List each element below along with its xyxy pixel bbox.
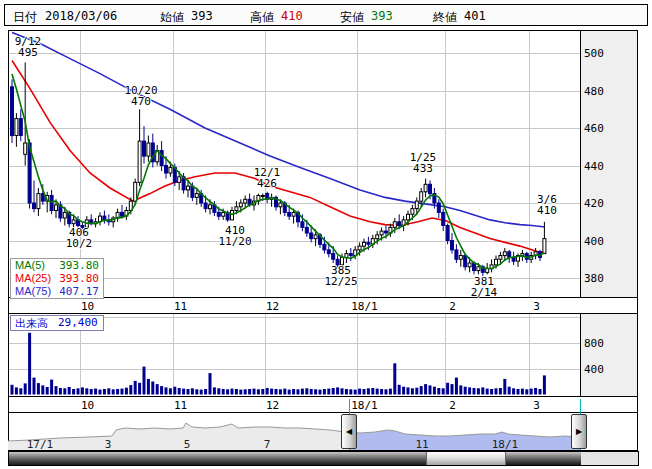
navigator-date-label: 11 (415, 438, 428, 451)
month-label-volume: 12 (266, 399, 279, 412)
navigator-date-label: 5 (184, 438, 191, 451)
month-label-volume: 10 (81, 399, 94, 412)
ma5-label: MA(5) (15, 259, 45, 272)
ma25-legend-row: MA(25) 393.80 (11, 272, 103, 285)
swing-annotation: 381 2/14 (471, 276, 498, 298)
ma75-value: 407.17 (59, 285, 99, 298)
volume-tick-label: 800 (584, 336, 630, 349)
ma75-label: MA(75) (15, 285, 51, 298)
scrollbar-track-left[interactable] (9, 452, 426, 465)
ma-legend-box: MA(5) 393.80 MA(25) 393.80 MA(75) 407.17 (10, 258, 104, 299)
price-tick-label: 420 (584, 197, 630, 210)
swing-annotation: 406 10/2 (66, 227, 93, 249)
range-left-handle-button[interactable]: ◀ (341, 414, 357, 449)
navigator-date-label: 17/1 (27, 438, 54, 451)
close-value: 401 (464, 9, 486, 23)
high-label: 高値 (250, 9, 274, 26)
price-tick-label: 440 (584, 159, 630, 172)
month-label-volume: 2 (449, 399, 456, 412)
ohlc-header-bar: 日付 2018/03/06 始値 393 高値 410 安値 393 終値 40… (4, 4, 648, 26)
ma25-label: MA(25) (15, 272, 51, 285)
volume-axis-gutter (580, 313, 638, 397)
month-label: 18/1 (351, 300, 378, 313)
ma5-legend-row: MA(5) 393.80 (11, 259, 103, 272)
swing-annotation: 12/1 426 (254, 167, 281, 189)
low-label: 安値 (340, 9, 364, 26)
swing-annotation: 410 11/20 (218, 225, 251, 247)
volume-value: 29,400 (58, 316, 98, 330)
month-label: 12 (266, 300, 279, 313)
ma5-value: 393.80 (59, 259, 99, 272)
swing-annotation: 10/20 470 (124, 85, 157, 107)
month-label: 2 (449, 300, 456, 313)
navigator-date-label: 18/1 (492, 438, 519, 451)
price-tick-label: 480 (584, 84, 630, 97)
month-label-volume: 3 (533, 399, 540, 412)
month-label-volume: 18/1 (351, 399, 378, 412)
month-label: 3 (533, 300, 540, 313)
navigator-date-label: 3 (105, 438, 112, 451)
range-right-handle-button[interactable]: ▶ (571, 414, 587, 449)
high-value: 410 (281, 9, 303, 23)
left-arrow-icon: ◀ (346, 427, 352, 436)
volume-xaxis-strip (8, 397, 638, 412)
stock-chart-window: 日付 2018/03/06 始値 393 高値 410 安値 393 終値 40… (0, 0, 652, 469)
volume-label: 出来高 (15, 316, 48, 330)
month-label-volume: 11 (174, 399, 187, 412)
swing-annotation: 9/12 495 (15, 36, 42, 58)
volume-tick-label: 400 (584, 362, 630, 375)
scrollbar-thumb[interactable] (426, 452, 506, 465)
month-label: 11 (174, 300, 187, 313)
low-value: 393 (371, 9, 393, 23)
volume-legend-box: 出来高 29,400 (10, 315, 104, 331)
open-label: 始値 (160, 9, 184, 26)
month-label: 10 (81, 300, 94, 313)
navigator-date-label: 7 (264, 438, 271, 451)
date-value: 2018/03/06 (45, 9, 117, 23)
swing-annotation: 385 12/25 (324, 265, 357, 287)
swing-annotation: 3/6 410 (537, 194, 557, 216)
open-value: 393 (191, 9, 213, 23)
horizontal-scrollbar[interactable] (8, 451, 639, 466)
ma25-value: 393.80 (59, 272, 99, 285)
right-arrow-icon: ▶ (576, 427, 582, 436)
range-navigator[interactable] (8, 412, 638, 451)
price-tick-label: 380 (584, 272, 630, 285)
ma75-legend-row: MA(75) 407.17 (11, 285, 103, 298)
date-label: 日付 (13, 9, 37, 26)
close-label: 終値 (433, 9, 457, 26)
scrollbar-track-right[interactable] (506, 452, 581, 465)
swing-annotation: 1/25 433 (410, 152, 437, 174)
price-tick-label: 460 (584, 122, 630, 135)
price-tick-label: 400 (584, 234, 630, 247)
price-tick-label: 500 (584, 47, 630, 60)
price-xaxis-strip (8, 298, 638, 313)
